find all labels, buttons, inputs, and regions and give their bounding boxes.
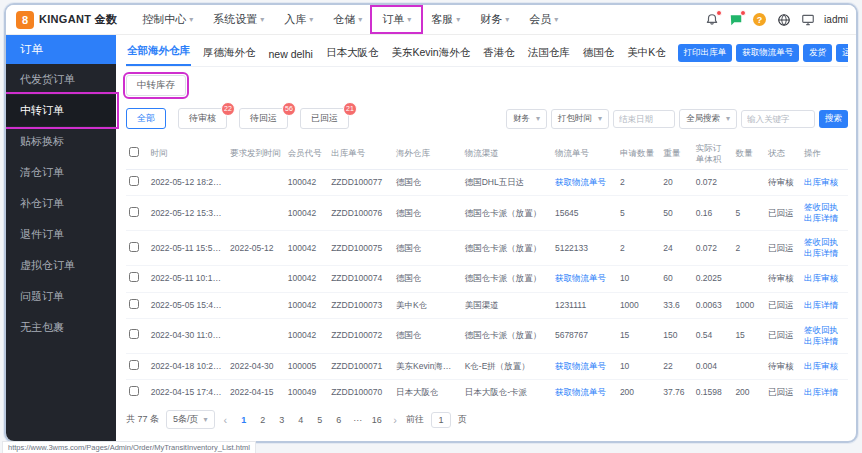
cell-member-code: 100005	[285, 353, 328, 379]
status-tab[interactable]: 待回运56	[239, 108, 288, 129]
sidebar-item[interactable]: 问题订单	[6, 281, 116, 312]
sidebar-item[interactable]: 贴标换标	[6, 126, 116, 157]
global-search-select[interactable]: 全局搜索 ▾	[679, 109, 737, 129]
page-number[interactable]: 5	[312, 413, 327, 427]
operation-link[interactable]: 出库审核	[804, 361, 845, 372]
brand-logo-icon: 8	[16, 11, 34, 29]
operation-link[interactable]: 出库详情	[804, 248, 845, 259]
top-menu-item[interactable]: 会员▾	[520, 8, 567, 31]
goto-page-input[interactable]	[431, 412, 451, 428]
cell-required-time	[227, 318, 285, 353]
sidebar-item[interactable]: 补仓订单	[6, 188, 116, 219]
page-size-select[interactable]: 5条/页 ▾	[166, 410, 215, 429]
help-icon[interactable]: ?	[752, 12, 767, 27]
warehouse-tab[interactable]: new delhi	[268, 45, 314, 66]
warehouse-tab[interactable]: 美东Kevin海外仓	[390, 43, 471, 66]
top-menu-item[interactable]: 系统设置▾	[204, 8, 273, 31]
top-menu-item[interactable]: 仓储▾	[324, 8, 371, 31]
select-all-checkbox[interactable]	[129, 147, 139, 157]
cell-member-code: 100042	[285, 231, 328, 266]
sidebar-item[interactable]: 清仓订单	[6, 157, 116, 188]
chevron-down-icon: ▾	[726, 114, 730, 123]
warehouse-tab[interactable]: 美中K仓	[626, 43, 667, 66]
page-number[interactable]: ···	[350, 413, 365, 427]
sidebar-item[interactable]: 中转订单	[6, 95, 116, 126]
current-user[interactable]: iadmi	[824, 14, 848, 25]
bell-icon[interactable]	[704, 12, 719, 27]
top-menu-label: 仓储	[333, 12, 355, 27]
page-number[interactable]: 1	[236, 413, 251, 427]
status-tab[interactable]: 待审核22	[178, 108, 227, 129]
sidebar-item[interactable]: 代发货订单	[6, 64, 116, 95]
main-content: 全部海外仓库厚德海外仓new delhi日本大阪仓美东Kevin海外仓香港仓法国…	[116, 35, 856, 441]
row-checkbox[interactable]	[129, 360, 139, 370]
status-tab[interactable]: 已回运21	[300, 108, 349, 129]
page-number[interactable]: 3	[274, 413, 289, 427]
action-button[interactable]: 获取物流单号	[736, 44, 799, 62]
warehouse-tab[interactable]: 日本大阪仓	[325, 43, 380, 66]
operation-link[interactable]: 出库详情	[804, 336, 845, 347]
operation-link[interactable]: 出库审核	[804, 273, 845, 284]
action-button[interactable]: 发货	[803, 44, 832, 62]
top-menu-item[interactable]: 客服▾	[422, 8, 469, 31]
row-checkbox[interactable]	[129, 242, 139, 252]
warehouse-tab[interactable]: 香港仓	[482, 43, 516, 66]
end-date-input[interactable]	[613, 110, 675, 128]
page-number[interactable]: 4	[293, 413, 308, 427]
pack-time-select[interactable]: 打包时间 ▾	[551, 109, 609, 129]
cell-tracking-no: 1231111	[552, 292, 617, 318]
row-checkbox[interactable]	[129, 329, 139, 339]
next-page-button[interactable]: ›	[391, 414, 399, 426]
operation-link[interactable]: 出库详情	[804, 387, 845, 398]
top-menu-item[interactable]: 控制中心▾	[133, 8, 202, 31]
get-tracking-link[interactable]: 获取物流单号	[555, 273, 606, 283]
search-button[interactable]: 搜索	[819, 110, 848, 128]
row-checkbox[interactable]	[129, 386, 139, 396]
sidebar-item[interactable]: 退件订单	[6, 219, 116, 250]
page-number[interactable]: 2	[255, 413, 270, 427]
cell-outbound-no: ZZDD100077	[328, 170, 393, 196]
top-menu-item[interactable]: 订单▾	[373, 8, 420, 31]
status-tab[interactable]: 全部	[126, 108, 166, 129]
globe-icon[interactable]	[776, 12, 791, 27]
operation-link[interactable]: 签收回执	[804, 202, 845, 213]
cell-qty: 1000	[732, 292, 764, 318]
transit-inventory-button[interactable]: 中转库存	[126, 75, 186, 96]
row-checkbox[interactable]	[129, 176, 139, 186]
sidebar-item[interactable]: 虚拟仓订单	[6, 250, 116, 281]
top-menu-label: 订单	[382, 12, 404, 27]
get-tracking-link[interactable]: 获取物流单号	[555, 361, 606, 371]
action-button[interactable]: 打印出库单	[678, 44, 733, 62]
warehouse-tab[interactable]: 全部海外仓库	[126, 41, 191, 66]
top-menu-item[interactable]: 财务▾	[471, 8, 518, 31]
get-tracking-link[interactable]: 获取物流单号	[555, 177, 606, 187]
chat-icon[interactable]	[728, 12, 743, 27]
column-header: 海外仓库	[393, 138, 462, 170]
warehouse-tab[interactable]: 德国仓	[582, 43, 616, 66]
finance-select[interactable]: 财务 ▾	[506, 109, 547, 129]
warehouse-tab[interactable]: 厚德海外仓	[202, 43, 257, 66]
cell-member-code: 100042	[285, 170, 328, 196]
sidebar-item[interactable]: 无主包裹	[6, 312, 116, 343]
column-header: 会员代号	[285, 138, 328, 170]
operation-link[interactable]: 签收回执	[804, 237, 845, 248]
page-number[interactable]: 16	[369, 413, 384, 427]
cell-volume: 0.54	[693, 318, 733, 353]
cell-status: 待审核	[765, 170, 801, 196]
prev-page-button[interactable]: ‹	[222, 414, 230, 426]
cell-volume: 0.0063	[693, 292, 733, 318]
row-checkbox[interactable]	[129, 207, 139, 217]
warehouse-tab[interactable]: 法国仓库	[527, 43, 571, 66]
row-checkbox[interactable]	[129, 299, 139, 309]
monitor-icon[interactable]	[800, 12, 815, 27]
operation-link[interactable]: 出库审核	[804, 177, 845, 188]
operation-link[interactable]: 出库详情	[804, 213, 845, 224]
operation-link[interactable]: 出库详情	[804, 300, 845, 311]
row-checkbox[interactable]	[129, 272, 139, 282]
get-tracking-link[interactable]: 获取物流单号	[555, 387, 606, 397]
operation-link[interactable]: 签收回执	[804, 325, 845, 336]
page-number[interactable]: 6	[331, 413, 346, 427]
action-button[interactable]: 运单签收	[836, 44, 848, 62]
keyword-input[interactable]	[741, 110, 815, 128]
top-menu-item[interactable]: 入库▾	[275, 8, 322, 31]
